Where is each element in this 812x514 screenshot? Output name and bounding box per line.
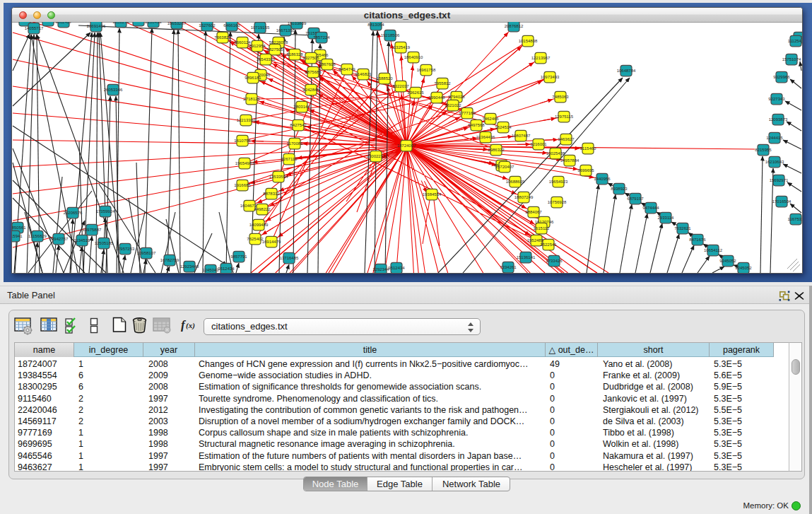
svg-text:9896181: 9896181	[245, 76, 261, 80]
svg-text:9115460: 9115460	[580, 146, 597, 151]
svg-text:7857224: 7857224	[313, 35, 330, 40]
svg-text:11325419: 11325419	[392, 45, 411, 49]
svg-text:8322037: 8322037	[392, 84, 409, 88]
svg-text:6794028: 6794028	[448, 95, 465, 99]
svg-text:9512434: 9512434	[218, 267, 235, 271]
svg-text:9245052: 9245052	[735, 266, 752, 270]
svg-text:2986322: 2986322	[488, 148, 505, 152]
svg-text:10688609: 10688609	[506, 180, 525, 184]
svg-text:19218506: 19218506	[381, 33, 400, 37]
svg-text:7632621: 7632621	[674, 226, 691, 230]
svg-text:2803144: 2803144	[293, 105, 310, 109]
svg-text:1362615: 1362615	[407, 90, 424, 95]
svg-text:18807249: 18807249	[514, 195, 534, 199]
svg-text:16671355: 16671355	[276, 28, 295, 33]
svg-text:8813054: 8813054	[367, 23, 384, 27]
svg-text:8938923: 8938923	[611, 187, 628, 191]
svg-text:7485063: 7485063	[552, 95, 569, 99]
svg-text:12213967: 12213967	[531, 56, 551, 60]
svg-text:8215955: 8215955	[755, 148, 772, 152]
svg-text:7334261: 7334261	[500, 265, 517, 269]
svg-text:10654112: 10654112	[704, 248, 723, 252]
svg-text:9857791: 9857791	[230, 255, 247, 259]
svg-text:8427542: 8427542	[290, 123, 307, 127]
svg-text:34957884: 34957884	[560, 158, 579, 163]
svg-text:9884067: 9884067	[525, 210, 542, 214]
svg-text:1624514: 1624514	[495, 125, 512, 129]
svg-text:7462466: 7462466	[482, 117, 499, 121]
svg-text:1527602: 1527602	[199, 23, 216, 28]
svg-text:9827505: 9827505	[266, 47, 283, 52]
svg-text:1733426: 1733426	[546, 259, 563, 263]
svg-text:19975887: 19975887	[83, 228, 102, 232]
svg-text:20691406: 20691406	[87, 24, 106, 28]
svg-text:1588520: 1588520	[376, 76, 393, 81]
svg-text:9329966: 9329966	[773, 75, 790, 79]
svg-text:15692971: 15692971	[770, 178, 789, 182]
svg-text:12975115: 12975115	[555, 115, 574, 119]
svg-text:14099489: 14099489	[249, 223, 269, 227]
svg-text:1112541: 1112541	[788, 39, 802, 43]
svg-text:1305571: 1305571	[40, 22, 57, 23]
svg-text:10973493: 10973493	[541, 75, 560, 79]
svg-text:4498222: 4498222	[254, 207, 271, 211]
svg-text:3267110: 3267110	[281, 157, 298, 161]
svg-text:16782759: 16782759	[160, 258, 180, 262]
svg-text:9242848: 9242848	[302, 88, 319, 92]
svg-text:7955812: 7955812	[434, 81, 451, 86]
svg-text:10719155: 10719155	[251, 25, 270, 30]
svg-text:12942757: 12942757	[49, 237, 69, 241]
svg-text:15751074: 15751074	[782, 57, 801, 62]
svg-text:1440956: 1440956	[594, 177, 611, 181]
svg-text:16210643: 16210643	[765, 160, 784, 164]
svg-text:3915941: 3915941	[12, 234, 23, 238]
svg-text:9327505: 9327505	[302, 56, 319, 60]
svg-text:8878312: 8878312	[263, 192, 280, 196]
svg-text:13533594: 13533594	[269, 175, 288, 179]
svg-text:10756928: 10756928	[548, 200, 567, 204]
svg-text:8912954: 8912954	[249, 44, 266, 48]
svg-text:23002213: 23002213	[367, 154, 386, 158]
svg-text:9777169: 9777169	[459, 111, 476, 115]
svg-text:6497568: 6497568	[468, 123, 485, 127]
svg-text:14055717: 14055717	[25, 26, 44, 30]
svg-text:2718126: 2718126	[243, 97, 260, 101]
svg-text:7663822: 7663822	[214, 35, 231, 40]
svg-text:9245052: 9245052	[719, 259, 736, 263]
svg-text:1990448: 1990448	[428, 95, 445, 100]
svg-text:20876812: 20876812	[505, 24, 524, 28]
svg-text:2933114: 2933114	[658, 216, 675, 220]
svg-text:16914479: 16914479	[262, 240, 281, 244]
svg-text:1245043: 1245043	[202, 268, 219, 272]
svg-text:2867608: 2867608	[319, 62, 336, 66]
svg-text:10653287: 10653287	[167, 22, 187, 25]
svg-text:(x): (x)	[186, 321, 195, 330]
svg-text:19654983: 19654983	[235, 161, 254, 165]
svg-text:15136141: 15136141	[517, 255, 536, 259]
svg-text:10958107: 10958107	[137, 251, 156, 255]
svg-text:9699695: 9699695	[577, 168, 594, 173]
svg-text:1167531: 1167531	[788, 217, 802, 221]
svg-text:1244415: 1244415	[766, 136, 783, 140]
svg-text:12213302: 12213302	[237, 118, 256, 122]
svg-text:19384554: 19384554	[423, 192, 442, 197]
svg-text:1134519: 1134519	[74, 238, 91, 243]
svg-text:16961758: 16961758	[417, 68, 436, 72]
svg-text:10154808: 10154808	[519, 39, 538, 43]
svg-text:8186328: 8186328	[286, 52, 303, 57]
svg-text:9463627: 9463627	[558, 137, 575, 141]
svg-text:9850561: 9850561	[12, 226, 26, 230]
svg-text:15720407: 15720407	[495, 165, 514, 169]
svg-text:11156829: 11156829	[28, 234, 47, 238]
svg-text:18640910: 18640910	[404, 55, 423, 59]
svg-text:18724007: 18724007	[397, 144, 416, 148]
svg-text:8471676: 8471676	[689, 238, 706, 242]
svg-text:13716485: 13716485	[280, 256, 299, 260]
svg-text:9474444: 9474444	[642, 206, 659, 210]
svg-text:9862427: 9862427	[55, 22, 72, 24]
svg-text:12505185: 12505185	[95, 241, 114, 245]
svg-text:10025438: 10025438	[546, 151, 565, 156]
svg-text:16543362: 16543362	[257, 57, 276, 62]
svg-text:17359924: 17359924	[96, 209, 115, 214]
svg-text:26053346: 26053346	[104, 88, 123, 92]
